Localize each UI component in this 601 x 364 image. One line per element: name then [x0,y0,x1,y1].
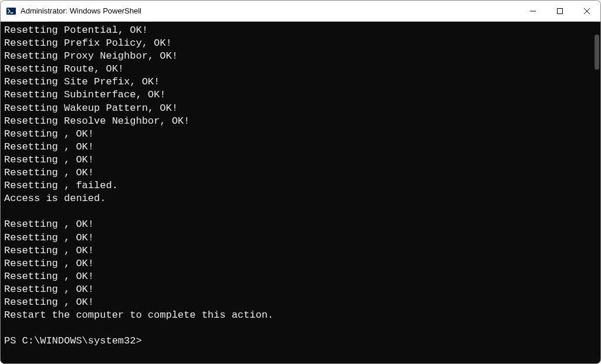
cursor [143,336,148,346]
maximize-button[interactable] [546,1,573,21]
powershell-window: Administrator: Windows PowerShell Resett [0,0,601,364]
window-title: Administrator: Windows PowerShell [21,6,519,15]
minimize-button[interactable] [519,1,546,21]
titlebar[interactable]: Administrator: Windows PowerShell [1,1,600,22]
terminal-container: Resetting Potential, OK! Resetting Prefi… [1,22,600,363]
minimize-icon [530,8,536,14]
terminal-output[interactable]: Resetting Potential, OK! Resetting Prefi… [1,22,591,363]
prompt: PS C:\WINDOWS\system32> [4,335,142,346]
scrollbar-thumb[interactable] [595,35,599,70]
terminal-text: Resetting Potential, OK! Resetting Prefi… [4,25,274,321]
close-icon [584,8,590,14]
svg-rect-3 [558,8,563,13]
maximize-icon [557,8,563,14]
window-controls [519,1,600,21]
svg-rect-0 [6,8,16,15]
powershell-icon [6,6,16,16]
close-button[interactable] [573,1,600,21]
scrollbar[interactable] [591,22,600,363]
